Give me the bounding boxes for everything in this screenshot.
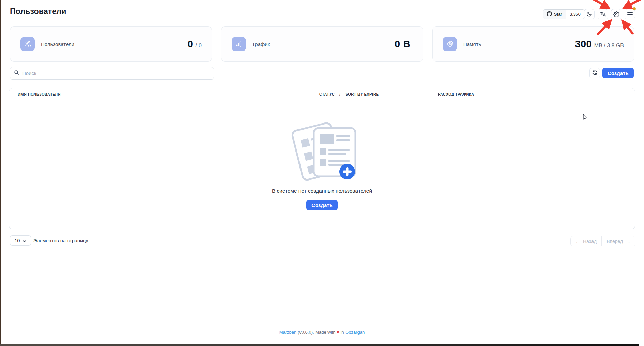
chevron-down-icon bbox=[23, 238, 26, 243]
github-star-widget[interactable]: Star 3,360 bbox=[543, 9, 585, 19]
stat-label: Трафик bbox=[252, 41, 270, 47]
marzban-users-page: Пользователи Star 3,360 bbox=[0, 0, 644, 346]
empty-create-button[interactable]: Создать bbox=[306, 200, 338, 210]
footer: Marzban (v0.6.0), Made with ♥ in Gozarga… bbox=[0, 330, 644, 335]
screen-left-edge bbox=[0, 0, 1, 346]
gozargah-link[interactable]: Gozargah bbox=[345, 330, 365, 335]
next-page-button[interactable]: Вперед → bbox=[602, 236, 635, 246]
annotation-arrow-top-left bbox=[591, 0, 604, 5]
stat-label: Пользователи bbox=[41, 41, 74, 47]
gear-icon bbox=[613, 11, 619, 17]
search-icon bbox=[14, 70, 19, 76]
stat-card-users: Пользователи 0 / 0 bbox=[10, 26, 212, 62]
arrow-right-icon: → bbox=[626, 239, 630, 244]
refresh-button[interactable] bbox=[589, 68, 600, 78]
notification-dot bbox=[633, 7, 636, 10]
github-icon bbox=[547, 11, 552, 17]
marzban-link[interactable]: Marzban bbox=[279, 330, 297, 335]
users-icon bbox=[20, 37, 35, 51]
heart-icon: ♥ bbox=[337, 330, 339, 335]
annotation-arrow-top-right bbox=[629, 0, 643, 5]
translate-icon bbox=[600, 11, 606, 17]
traffic-icon bbox=[232, 37, 246, 51]
stat-label: Память bbox=[463, 41, 481, 47]
moon-icon bbox=[586, 11, 592, 17]
language-button[interactable] bbox=[598, 9, 608, 19]
arrow-left-icon: ← bbox=[575, 239, 580, 244]
prev-page-button[interactable]: ← Назад bbox=[571, 236, 601, 246]
stat-value: 300 MB / 3.8 GB bbox=[575, 39, 624, 50]
page-size-select[interactable]: 10 bbox=[10, 235, 31, 246]
search-box bbox=[10, 67, 214, 80]
page-title: Пользователи bbox=[10, 7, 67, 16]
stat-cards: Пользователи 0 / 0 Трафик 0 B bbox=[10, 26, 634, 62]
memory-icon bbox=[443, 37, 457, 51]
search-input[interactable] bbox=[22, 70, 210, 76]
settings-button[interactable] bbox=[611, 9, 621, 19]
plus-circle-icon bbox=[339, 164, 355, 179]
stat-card-traffic: Трафик 0 B bbox=[221, 26, 423, 62]
column-header-status[interactable]: СТАТУС bbox=[319, 92, 335, 96]
empty-message: В системе нет созданных пользователей bbox=[272, 188, 372, 194]
page-size-value: 10 bbox=[15, 238, 20, 243]
page-size-label: Элементов на страницу bbox=[33, 238, 88, 243]
column-header-status-sort[interactable]: СТАТУС / SORT BY EXPIRE bbox=[319, 88, 379, 100]
pager: ← Назад Вперед → bbox=[570, 236, 635, 246]
table-header-row: ИМЯ ПОЛЬЗОВАТЕЛЯ СТАТУС / SORT BY EXPIRE… bbox=[9, 88, 635, 100]
create-button[interactable]: Создать bbox=[602, 68, 634, 78]
stat-value: 0 / 0 bbox=[188, 39, 202, 50]
empty-illustration bbox=[287, 118, 357, 183]
stat-card-memory: Память 300 MB / 3.8 GB bbox=[432, 26, 634, 62]
column-header-username[interactable]: ИМЯ ПОЛЬЗОВАТЕЛЯ bbox=[18, 88, 61, 100]
column-header-traffic[interactable]: РАСХОД ТРАФИКА bbox=[438, 88, 474, 100]
github-star-count[interactable]: 3,360 bbox=[566, 10, 584, 19]
hamburger-icon bbox=[627, 12, 633, 17]
screen-bottom-bar bbox=[0, 344, 639, 346]
github-star-label: Star bbox=[554, 12, 562, 17]
dark-mode-button[interactable] bbox=[584, 9, 595, 19]
github-star-button[interactable]: Star bbox=[543, 10, 566, 19]
column-header-separator: / bbox=[339, 92, 340, 96]
users-table: ИМЯ ПОЛЬЗОВАТЕЛЯ СТАТУС / SORT BY EXPIRE… bbox=[9, 88, 635, 229]
refresh-icon bbox=[592, 70, 598, 76]
empty-state: В системе нет созданных пользователей Со… bbox=[9, 118, 635, 210]
column-header-sort-by-expire[interactable]: SORT BY EXPIRE bbox=[345, 92, 379, 96]
stat-value: 0 B bbox=[395, 39, 413, 50]
menu-button[interactable] bbox=[625, 9, 635, 19]
